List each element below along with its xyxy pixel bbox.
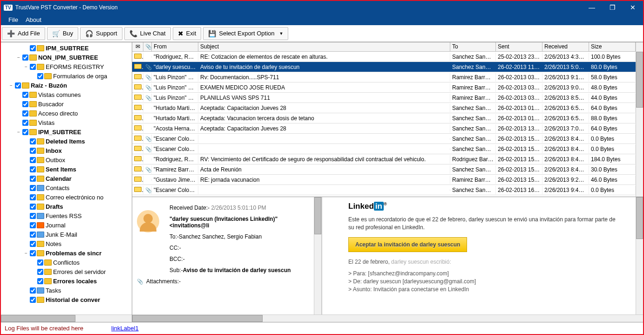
menu-file[interactable]: File xyxy=(8,16,18,23)
tree-node[interactable]: Deleted Items xyxy=(1,137,132,146)
table-row[interactable]: "Hurtado Martine...Aceptada: Capacitacio… xyxy=(132,103,636,113)
tree-node[interactable]: Inbox xyxy=(1,146,132,155)
tree-checkbox[interactable] xyxy=(30,194,36,200)
expand-toggle[interactable]: − xyxy=(23,251,29,256)
accept-invitation-button[interactable]: Aceptar la invitación de darley suescun xyxy=(348,237,467,252)
tree-node[interactable]: −NON_IPM_SUBTREE xyxy=(1,53,132,62)
scrollbar-thumb[interactable] xyxy=(1,315,75,322)
tree-checkbox[interactable] xyxy=(30,222,36,228)
tree-checkbox[interactable] xyxy=(15,82,21,89)
tree-node[interactable]: Vistas xyxy=(1,118,132,127)
table-row[interactable]: 📎"Luis Pinzon" <lui...PLANILLAS VANS SPS… xyxy=(132,93,636,103)
tree-checkbox[interactable] xyxy=(30,64,36,70)
close-button[interactable]: ✕ xyxy=(623,1,643,14)
table-row[interactable]: 📎"Escaner Colomb...Sanchez Sanche...26-0… xyxy=(132,185,636,195)
tree-node[interactable]: Junk E-Mail xyxy=(1,230,132,239)
col-sent[interactable]: Sent xyxy=(496,42,542,51)
tree-checkbox[interactable] xyxy=(22,101,28,107)
expand-toggle[interactable]: − xyxy=(23,64,29,69)
add-file-button[interactable]: ➕Add File xyxy=(2,27,45,40)
tree-checkbox[interactable] xyxy=(30,250,36,256)
maximize-button[interactable]: ❐ xyxy=(602,1,623,14)
tree-node[interactable]: Outbox xyxy=(1,155,132,164)
tree-checkbox[interactable] xyxy=(30,45,36,51)
table-row[interactable]: "Acosta Hernand...Aceptada: Capacitacion… xyxy=(132,123,636,134)
minimize-button[interactable]: — xyxy=(582,1,602,14)
col-size[interactable]: Size xyxy=(589,42,636,51)
exit-button[interactable]: ✖Exit xyxy=(173,27,202,40)
tree-checkbox[interactable] xyxy=(30,213,36,219)
table-row[interactable]: 📎"darley suescun (...Aviso de tu invitac… xyxy=(132,62,636,72)
table-row[interactable]: "Hurtado Martine...Aceptada: Vacunacion … xyxy=(132,113,636,123)
expand-toggle[interactable]: − xyxy=(8,83,14,88)
tree-checkbox[interactable] xyxy=(22,110,28,116)
table-row[interactable]: 📎"Ramirez Barrera,...Acta de ReuniónSanc… xyxy=(132,164,636,175)
tree-node[interactable]: Acceso directo xyxy=(1,109,132,118)
tree-node[interactable]: IPM_SUBTREE xyxy=(1,43,132,53)
preview-right-scrollbar[interactable] xyxy=(636,197,643,314)
folder-tree[interactable]: IPM_SUBTREE−NON_IPM_SUBTREE−EFORMS REGIS… xyxy=(1,42,132,314)
tree-checkbox[interactable] xyxy=(30,241,36,247)
tree-horizontal-scrollbar[interactable] xyxy=(1,314,132,322)
tree-checkbox[interactable] xyxy=(30,287,36,294)
tree-checkbox[interactable] xyxy=(30,185,36,191)
table-row[interactable]: "Rodriguez, Roci...RE: Cotizacion de ele… xyxy=(132,52,636,62)
tree-node[interactable]: −Raíz - Buzón xyxy=(1,81,132,90)
preview-horizontal-scrollbar[interactable] xyxy=(132,314,643,322)
tree-checkbox[interactable] xyxy=(30,148,36,154)
table-row[interactable]: 📎"Luis Pinzon" <lui...EXAMEN MEDICO JOSE… xyxy=(132,82,636,93)
table-row[interactable]: 📎"Luis Pinzon" <lui...Rv: Documentacion.… xyxy=(132,72,636,82)
tree-checkbox[interactable] xyxy=(22,92,28,98)
tree-checkbox[interactable] xyxy=(22,129,28,135)
tree-checkbox[interactable] xyxy=(37,73,43,79)
tree-node[interactable]: Notes xyxy=(1,239,132,248)
tree-checkbox[interactable] xyxy=(37,269,43,275)
tree-checkbox[interactable] xyxy=(22,120,28,126)
scrollbar-thumb[interactable] xyxy=(314,197,321,234)
tree-node[interactable]: −IPM_SUBTREE xyxy=(1,127,132,137)
tree-checkbox[interactable] xyxy=(30,297,36,303)
scrollbar-thumb[interactable] xyxy=(636,197,643,239)
preview-left-scrollbar[interactable] xyxy=(314,197,321,314)
tree-checkbox[interactable] xyxy=(30,176,36,182)
tree-node[interactable]: Fuentes RSS xyxy=(1,211,132,220)
tree-node[interactable]: −EFORMS REGISTRY xyxy=(1,62,132,71)
tree-checkbox[interactable] xyxy=(37,278,43,284)
tree-checkbox[interactable] xyxy=(30,232,36,238)
export-option-button[interactable]: 💾Select Export Option▼ xyxy=(203,27,288,40)
tree-node[interactable]: Conflictos xyxy=(1,258,132,267)
col-attachment[interactable]: 📎 xyxy=(143,42,152,51)
tree-node[interactable]: Drafts xyxy=(1,202,132,211)
table-row[interactable]: "Rodriguez, Roci...RV: Vencimiento del C… xyxy=(132,154,636,164)
support-button[interactable]: 🎧Support xyxy=(80,27,122,40)
table-row[interactable]: "Gustavo Jimene...RE: jornada vacunacion… xyxy=(132,175,636,185)
tree-checkbox[interactable] xyxy=(22,55,28,61)
buy-button[interactable]: 🛒Buy xyxy=(47,27,78,40)
grid-vertical-scrollbar[interactable] xyxy=(636,42,643,197)
tree-node[interactable]: Historial de conver xyxy=(1,295,132,304)
tree-node[interactable]: Vistas comunes xyxy=(1,90,132,99)
tree-checkbox[interactable] xyxy=(30,138,36,144)
status-link[interactable]: linkLabel1 xyxy=(111,325,139,332)
scrollbar-thumb[interactable] xyxy=(636,52,643,108)
tree-node[interactable]: Formularios de orga xyxy=(1,71,132,81)
tree-checkbox[interactable] xyxy=(30,166,36,172)
col-received[interactable]: Received xyxy=(542,42,589,51)
tree-checkbox[interactable] xyxy=(30,157,36,163)
tree-node[interactable]: Errores del servidor xyxy=(1,267,132,276)
col-to[interactable]: To xyxy=(450,42,496,51)
expand-toggle[interactable]: − xyxy=(16,130,21,135)
tree-node[interactable]: Journal xyxy=(1,220,132,230)
menu-about[interactable]: About xyxy=(26,16,41,23)
col-icon[interactable]: ✉ xyxy=(132,42,143,51)
tree-node[interactable]: Buscador xyxy=(1,99,132,109)
live-chat-button[interactable]: 📞Live Chat xyxy=(124,27,171,40)
col-subject[interactable]: Subject xyxy=(198,42,450,51)
tree-node[interactable]: Errores locales xyxy=(1,276,132,286)
col-from[interactable]: From xyxy=(152,42,198,51)
tree-node[interactable]: Calendar xyxy=(1,174,132,183)
tree-node[interactable]: −Problemas de sincr xyxy=(1,248,132,258)
scrollbar-thumb[interactable] xyxy=(132,315,263,322)
tree-node[interactable]: Contacts xyxy=(1,183,132,192)
tree-node[interactable]: Sent Items xyxy=(1,164,132,174)
